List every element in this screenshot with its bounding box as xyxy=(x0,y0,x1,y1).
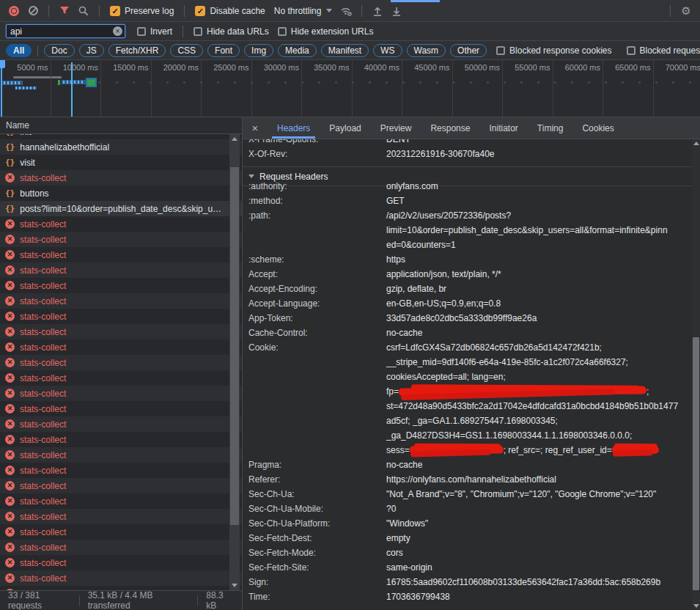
filter-pill-font[interactable]: Font xyxy=(207,44,240,57)
checkbox-checked-icon: ✓ xyxy=(110,6,120,16)
clear-button[interactable] xyxy=(23,2,43,20)
blocked-requests-checkbox[interactable]: Blocked requests xyxy=(627,45,700,56)
headers-panel: X-Frame-Options:DENYX-Of-Rev:20231226191… xyxy=(243,139,700,610)
preserve-log-checkbox[interactable]: ✓ Preserve log xyxy=(110,6,174,16)
request-name: stats-collect xyxy=(20,250,84,260)
request-row[interactable]: {}visit xyxy=(0,155,242,170)
search-button[interactable] xyxy=(74,2,93,20)
scroll-up-arrow[interactable] xyxy=(693,142,699,145)
filter-bar: × Invert Hide data URLs Hide extension U… xyxy=(0,22,700,41)
hide-data-urls-checkbox[interactable]: Hide data URLs xyxy=(194,26,269,37)
network-conditions-button[interactable] xyxy=(336,2,355,20)
details-scrollbar[interactable] xyxy=(692,139,700,610)
request-row[interactable]: ✕stats-collect xyxy=(0,170,242,185)
scroll-up-arrow[interactable] xyxy=(232,137,237,141)
request-row[interactable]: ✕stats-collect xyxy=(0,309,242,324)
request-failed-icon: ✕ xyxy=(5,450,15,460)
tab-initiator[interactable]: Initiator xyxy=(479,117,527,139)
tab-payload[interactable]: Payload xyxy=(320,117,370,139)
checkbox-unchecked-icon xyxy=(496,46,505,55)
waterfall-gray-bar xyxy=(13,76,62,78)
request-row[interactable]: {}init xyxy=(0,134,242,139)
request-row[interactable]: ✕stats-collect xyxy=(0,463,242,478)
header-value: gzip, deflate, br xyxy=(386,282,692,296)
request-row[interactable]: ✕stats-collect xyxy=(0,293,242,309)
hide-extension-urls-checkbox[interactable]: Hide extension URLs xyxy=(278,26,374,37)
scroll-down-arrow[interactable] xyxy=(693,604,699,608)
filter-pill-ws[interactable]: WS xyxy=(373,44,402,57)
request-row[interactable]: {}hannahelizabethofficial xyxy=(0,139,242,155)
filter-pill-all[interactable]: All xyxy=(6,44,32,57)
record-button[interactable] xyxy=(4,2,23,20)
request-row[interactable]: {}posts?limit=10&order=publish_date_desc… xyxy=(0,201,242,216)
request-row[interactable]: ✕stats-collect xyxy=(0,355,242,370)
clear-filter-icon[interactable]: × xyxy=(113,26,122,36)
request-row[interactable]: ✕stats-collect xyxy=(0,478,242,493)
filter-pill-wasm[interactable]: Wasm xyxy=(407,44,446,57)
request-row[interactable]: ✕stats-collect xyxy=(0,555,242,570)
request-row[interactable]: ✕stats-collect xyxy=(0,570,242,586)
close-details-button[interactable]: × xyxy=(243,117,268,139)
divider xyxy=(670,5,671,17)
request-row[interactable]: ✕stats-collect xyxy=(0,216,242,232)
request-row[interactable]: ✕stats-collect xyxy=(0,324,242,339)
request-name: stats-collect xyxy=(20,373,84,383)
network-overview-timeline[interactable]: 5000 ms10000 ms15000 ms20000 ms25000 ms3… xyxy=(0,60,700,117)
divider xyxy=(183,26,183,37)
invert-checkbox[interactable]: Invert xyxy=(137,26,172,37)
request-row[interactable]: ✕stats-collect xyxy=(0,232,242,247)
request-row[interactable]: ✕stats-collect xyxy=(0,509,242,524)
filter-pill-css[interactable]: CSS xyxy=(170,44,203,57)
filter-pill-doc[interactable]: Doc xyxy=(44,44,74,57)
request-row[interactable]: ✕stats-collect xyxy=(0,416,242,432)
request-row[interactable]: ✕stats-collect xyxy=(0,447,242,463)
upload-icon xyxy=(372,6,383,16)
request-row[interactable]: ✕stats-collect xyxy=(0,524,242,540)
tab-preview[interactable]: Preview xyxy=(371,117,421,139)
request-row[interactable]: ✕stats-collect xyxy=(0,262,242,278)
settings-button[interactable]: ⚙ xyxy=(677,2,696,20)
import-har-button[interactable] xyxy=(368,2,387,20)
filter-toggle-button[interactable] xyxy=(55,2,74,20)
request-row[interactable]: {}buttons xyxy=(0,185,242,201)
request-failed-icon: ✕ xyxy=(5,558,15,567)
tab-response[interactable]: Response xyxy=(421,117,479,139)
request-name: stats-collect xyxy=(20,404,84,414)
scroll-down-arrow[interactable] xyxy=(232,584,237,587)
filter-pill-other[interactable]: Other xyxy=(450,44,487,57)
tab-headers[interactable]: Headers xyxy=(268,117,320,139)
request-name: stats-collect xyxy=(20,358,84,368)
tab-timing[interactable]: Timing xyxy=(528,117,573,139)
disable-cache-checkbox[interactable]: ✓ Disable cache xyxy=(195,6,265,16)
filter-pill-js[interactable]: JS xyxy=(79,44,104,57)
request-row[interactable]: ✕stats-collect xyxy=(0,493,242,509)
header-value: GET xyxy=(386,194,692,208)
request-row[interactable]: ✕stats-collect xyxy=(0,370,242,386)
request-list-scrollbar[interactable] xyxy=(229,134,240,590)
request-row[interactable]: ✕stats-collect xyxy=(0,386,242,401)
throttling-dropdown[interactable]: No throttling xyxy=(274,6,333,16)
request-failed-icon: ✕ xyxy=(5,389,15,398)
name-column-header[interactable]: Name xyxy=(0,117,242,134)
filter-pill-media[interactable]: Media xyxy=(278,44,317,57)
request-row[interactable]: ✕stats-collect xyxy=(0,401,242,416)
header-value: ?0 xyxy=(386,501,692,516)
filter-input[interactable] xyxy=(6,24,125,38)
header-value: cors xyxy=(386,545,692,560)
request-row[interactable]: ✕stats-collect xyxy=(0,278,242,293)
export-har-button[interactable] xyxy=(387,2,406,20)
filter-pill-img[interactable]: Img xyxy=(244,44,273,57)
request-row[interactable]: ✕stats-collect xyxy=(0,247,242,262)
filter-pill-fetch-xhr[interactable]: Fetch/XHR xyxy=(108,44,166,57)
filter-pill-manifest[interactable]: Manifest xyxy=(321,44,369,57)
header-key: Sec-Ch-Ua-Mobile: xyxy=(243,501,386,516)
blocked-response-cookies-checkbox[interactable]: Blocked response cookies xyxy=(496,45,611,56)
tab-cookies[interactable]: Cookies xyxy=(572,117,623,139)
request-row[interactable]: ✕stats-collect xyxy=(0,339,242,355)
scrollbar-thumb[interactable] xyxy=(693,337,699,590)
request-row[interactable]: ✕stats-collect xyxy=(0,432,242,447)
header-key: Sign: xyxy=(243,575,386,589)
scrollbar-thumb[interactable] xyxy=(230,167,239,525)
gear-icon: ⚙ xyxy=(681,5,690,16)
request-row[interactable]: ✕stats-collect xyxy=(0,540,242,555)
